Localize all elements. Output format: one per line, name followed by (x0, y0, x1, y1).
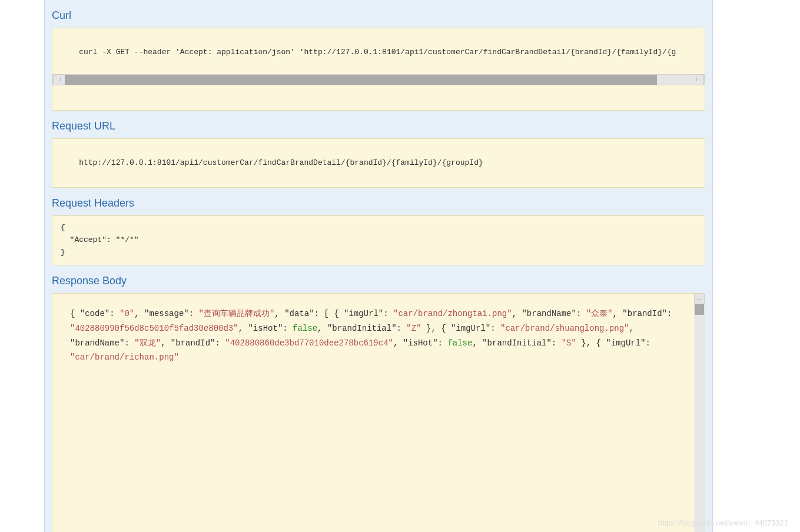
scroll-right-arrow[interactable]: 〉 (692, 74, 704, 85)
request-headers-section-title: Request Headers (52, 188, 705, 215)
request-url-section-title: Request URL (52, 111, 705, 138)
request-headers-text: { "Accept": "*/*" } (61, 223, 139, 257)
curl-code-box[interactable]: curl -X GET --header 'Accept: applicatio… (52, 28, 705, 111)
request-url-text: http://127.0.0.1:8101/api1/customerCar/f… (79, 158, 483, 167)
scrollbar-thumb[interactable] (65, 75, 657, 85)
request-headers-code-box[interactable]: { "Accept": "*/*" } (52, 215, 705, 265)
curl-section-title: Curl (52, 0, 705, 28)
scroll-up-arrow[interactable]: ︿ (694, 294, 705, 304)
scrollbar-track-end[interactable] (657, 75, 692, 85)
vertical-scrollbar[interactable]: ︿ ﹀ (694, 294, 705, 532)
swagger-response-panel: Curl curl -X GET --header 'Accept: appli… (44, 0, 713, 532)
response-body-code-box[interactable]: { "code": "0", "message": "查询车辆品牌成功", "d… (52, 294, 705, 532)
curl-command-text: curl -X GET --header 'Accept: applicatio… (79, 48, 676, 56)
vertical-scrollbar-track[interactable] (694, 315, 705, 532)
request-url-code-box[interactable]: http://127.0.0.1:8101/api1/customerCar/f… (52, 138, 705, 188)
response-body-section-title: Response Body (52, 265, 705, 293)
scroll-left-arrow[interactable]: 〈 (53, 74, 65, 85)
horizontal-scrollbar[interactable]: 〈 〉 (52, 74, 705, 85)
response-body-wrapper: { "code": "0", "message": "查询车辆品牌成功", "d… (52, 293, 705, 532)
vertical-scrollbar-thumb[interactable] (695, 304, 704, 315)
